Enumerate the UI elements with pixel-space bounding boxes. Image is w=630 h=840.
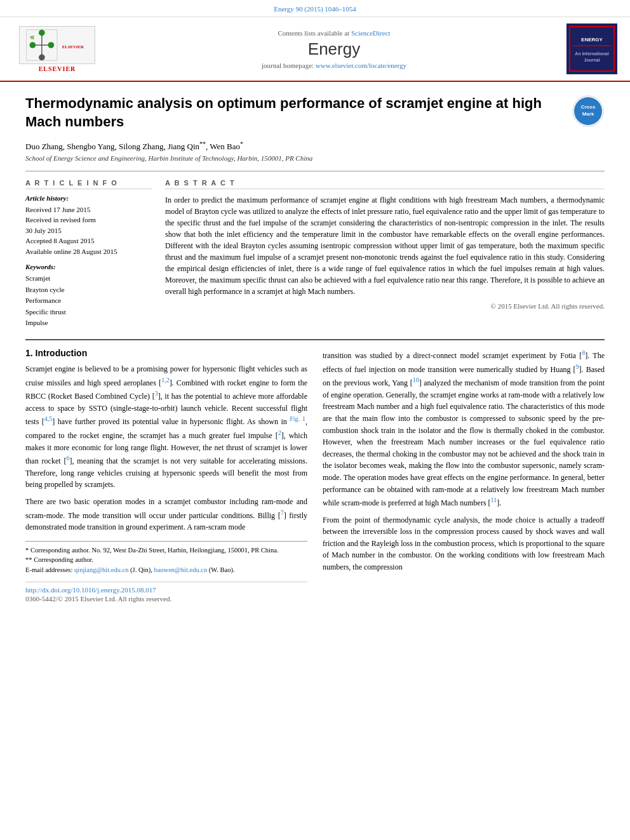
affiliation: School of Energy Science and Engineering… [25, 154, 605, 162]
keyword-2: Brayton cycle [25, 284, 152, 296]
main-content: Thermodynamic analysis on optimum perfor… [0, 82, 630, 615]
journal-volume-link[interactable]: Energy 90 (2015) 1046–1054 [274, 5, 356, 13]
top-bar: Energy 90 (2015) 1046–1054 [0, 0, 630, 17]
email-qin[interactable]: qinjiang@hit.edu.cn [74, 566, 129, 573]
ref-1[interactable]: 1,2 [161, 377, 170, 383]
footnote-3: E-mail addresses: qinjiang@hit.edu.cn (J… [25, 565, 307, 575]
svg-point-5 [39, 29, 45, 36]
svg-text:An International: An International [575, 51, 608, 56]
crossmark-logo: Cross Mark [572, 95, 605, 128]
keyword-4: Specific thrust [25, 307, 152, 318]
right-para-1: transition was studied by a direct-conne… [323, 348, 605, 509]
sc-label-text: Contents lists available at [278, 29, 349, 37]
homepage-label: journal homepage: [262, 62, 314, 69]
body-divider [25, 339, 605, 340]
svg-text:Mark: Mark [582, 111, 594, 117]
article-info-abstract-row: A R T I C L E I N F O Article history: R… [25, 179, 605, 329]
ref-10[interactable]: 10 [413, 377, 419, 383]
keywords-label: Keywords: [25, 263, 152, 270]
footnote-2: ** Corresponding author. [25, 555, 307, 565]
svg-text:Journal: Journal [584, 58, 600, 62]
ref-6[interactable]: 6 [66, 455, 69, 462]
ref-2b[interactable]: 2 [278, 429, 281, 436]
right-para-2: From the point of thermodynamic cycle an… [323, 514, 605, 573]
article-info-heading: A R T I C L E I N F O [25, 179, 152, 189]
email-label: E-mail addresses: [25, 566, 74, 573]
svg-text:🌿: 🌿 [30, 35, 35, 40]
journal-homepage: journal homepage: www.elsevier.com/locat… [114, 62, 554, 69]
article-info-panel: A R T I C L E I N F O Article history: R… [25, 179, 152, 329]
ref-7[interactable]: 7 [281, 509, 284, 516]
history-label: Article history: [25, 194, 152, 202]
journal-name: Energy [114, 39, 554, 59]
available-line: Available online 28 August 2015 [25, 246, 152, 257]
abstract-panel: A B S T R A C T In order to predict the … [165, 179, 605, 329]
svg-point-8 [39, 54, 45, 60]
elsevier-logo-image: 🌿 ELSEVIER [19, 26, 95, 64]
fig1-link[interactable]: Fig. 1 [290, 415, 305, 422]
accepted-line: Accepted 8 August 2015 [25, 236, 152, 246]
authors-line: Duo Zhang, Shengbo Yang, Silong Zhang, J… [25, 140, 605, 151]
doi-link[interactable]: http://dx.doi.org/10.1016/j.energy.2015.… [25, 586, 307, 594]
keywords-section: Keywords: Scramjet Brayton cycle Perform… [25, 263, 152, 329]
elsevier-logo-container: 🌿 ELSEVIER ELSEVIER [13, 26, 102, 72]
revised-date: 30 July 2015 [25, 225, 152, 236]
homepage-url[interactable]: www.elsevier.com/locate/energy [316, 62, 406, 69]
email-bao-name: (W. Bao). [209, 566, 235, 573]
email-bao[interactable]: baowen@hit.edu.cn [154, 566, 207, 573]
footnote-area: * Corresponding author. No. 92, West Da-… [25, 541, 307, 575]
intro-heading: 1. Introduction [25, 348, 307, 358]
email-qin-name: (J. Qin), [130, 566, 154, 573]
abstract-text: In order to predict the maximum performa… [165, 194, 605, 297]
sciencedirect-notice: Contents lists available at ScienceDirec… [114, 29, 554, 37]
ref-8[interactable]: 8 [582, 349, 585, 356]
keyword-3: Performance [25, 295, 152, 307]
article-title-section: Thermodynamic analysis on optimum perfor… [25, 95, 605, 131]
copyright-line: © 2015 Elsevier Ltd. All rights reserved… [165, 302, 605, 310]
issn-text: 0360-5442/© 2015 Elsevier Ltd. All right… [25, 595, 307, 603]
keyword-1: Scramjet [25, 273, 152, 284]
abstract-heading: A B S T R A C T [165, 179, 605, 189]
sciencedirect-link[interactable]: ScienceDirect [351, 29, 391, 37]
ref-4-5[interactable]: 4,5 [44, 415, 53, 422]
journal-header: 🌿 ELSEVIER ELSEVIER Contents lists avail… [0, 17, 630, 82]
svg-text:Cross: Cross [581, 104, 596, 110]
svg-point-7 [48, 42, 55, 48]
ref-9[interactable]: 9 [576, 363, 579, 370]
ref-3[interactable]: 3 [155, 390, 158, 397]
ref-11[interactable]: 11 [491, 497, 497, 503]
header-divider [25, 171, 605, 171]
elsevier-brand-text: ELSEVIER [39, 65, 76, 72]
svg-text:ELSEVIER: ELSEVIER [62, 44, 84, 48]
svg-point-6 [30, 42, 36, 48]
article-title: Thermodynamic analysis on optimum perfor… [25, 95, 572, 131]
journal-center: Contents lists available at ScienceDirec… [102, 29, 566, 69]
svg-rect-10 [566, 23, 617, 74]
intro-para-2: There are two basic operation modes in a… [25, 496, 307, 533]
body-columns: 1. Introduction Scramjet engine is belie… [25, 348, 605, 603]
intro-para-1: Scramjet engine is believed to be a prom… [25, 363, 307, 491]
energy-right-logo: ENERGY An International Journal [566, 23, 617, 74]
body-right-col: transition was studied by a direct-conne… [323, 348, 605, 603]
bottom-links: http://dx.doi.org/10.1016/j.energy.2015.… [25, 582, 307, 603]
received-line: Received 17 June 2015 [25, 204, 152, 215]
body-left-col: 1. Introduction Scramjet engine is belie… [25, 348, 307, 603]
authors-text: Duo Zhang, Shengbo Yang, Silong Zhang, J… [25, 142, 243, 151]
footnote-1: * Corresponding author. No. 92, West Da-… [25, 545, 307, 556]
svg-text:ENERGY: ENERGY [581, 37, 603, 43]
revised-label: Received in revised form [25, 215, 152, 225]
keyword-5: Impulse [25, 317, 152, 329]
